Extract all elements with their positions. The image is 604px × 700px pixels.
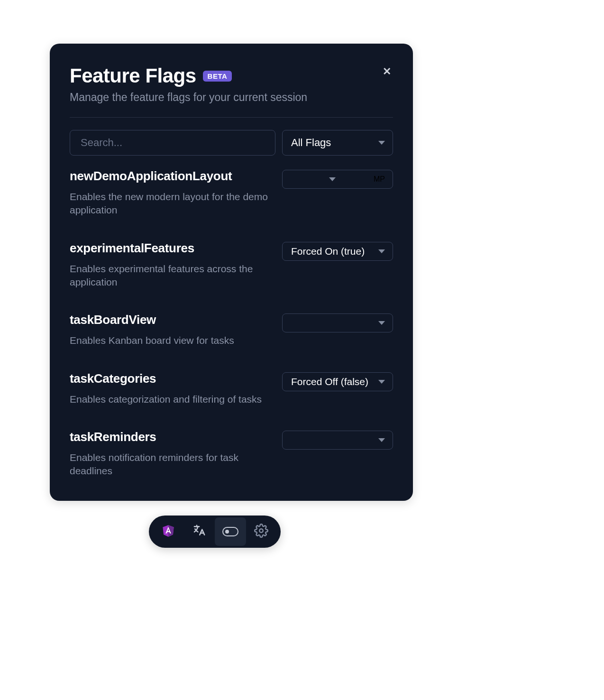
- svg-point-2: [260, 529, 264, 533]
- toolbar-toggle-button[interactable]: [215, 517, 246, 546]
- flag-name: taskBoardView: [70, 313, 273, 327]
- flag-row: newDemoApplicationLayout Enables the new…: [70, 169, 393, 217]
- panel-header: Feature Flags BETA Manage the feature fl…: [70, 64, 393, 104]
- beta-badge: BETA: [203, 71, 232, 82]
- close-button[interactable]: ✕: [381, 64, 393, 79]
- flag-description: Enables categorization and filtering of …: [70, 393, 269, 406]
- flag-value-select[interactable]: MP: [282, 170, 393, 189]
- feature-flags-panel: Feature Flags BETA Manage the feature fl…: [50, 44, 413, 501]
- flag-description: Enables notification reminders for task …: [70, 451, 269, 478]
- toolbar-settings-button[interactable]: [246, 517, 277, 546]
- search-input[interactable]: [70, 130, 275, 156]
- flag-info: newDemoApplicationLayout Enables the new…: [70, 169, 273, 217]
- flag-info: experimentalFeatures Enables experimenta…: [70, 241, 273, 289]
- filter-select-value: All Flags: [291, 137, 331, 149]
- toolbar-translate-button[interactable]: [184, 517, 215, 546]
- flag-name: experimentalFeatures: [70, 241, 273, 256]
- title-row: Feature Flags BETA: [70, 64, 307, 87]
- flag-value-select[interactable]: [282, 431, 393, 450]
- flag-description: Enables experimental features across the…: [70, 262, 269, 289]
- chevron-down-icon: [378, 141, 385, 145]
- gear-icon: [254, 524, 268, 540]
- flag-info: taskCategories Enables categorization an…: [70, 371, 273, 406]
- title-group: Feature Flags BETA Manage the feature fl…: [70, 64, 307, 104]
- bottom-toolbar: [149, 516, 281, 548]
- panel-subtitle: Manage the feature flags for your curren…: [70, 91, 307, 104]
- chevron-down-icon: [378, 438, 385, 442]
- filter-select[interactable]: All Flags: [282, 130, 393, 156]
- panel-title: Feature Flags: [70, 64, 196, 87]
- flag-value-select[interactable]: Forced Off (false): [282, 372, 393, 391]
- toolbar-logo-button[interactable]: [153, 517, 184, 546]
- flag-select-value: Forced On (true): [291, 246, 365, 257]
- flag-row: taskReminders Enables notification remin…: [70, 430, 393, 478]
- flag-value-select[interactable]: [282, 313, 393, 332]
- flag-value-select[interactable]: Forced On (true): [282, 242, 393, 261]
- header-divider: [70, 117, 393, 118]
- flag-info: taskReminders Enables notification remin…: [70, 430, 273, 478]
- flag-row: experimentalFeatures Enables experimenta…: [70, 241, 393, 289]
- flag-name: taskReminders: [70, 430, 273, 444]
- flag-row: taskBoardView Enables Kanban board view …: [70, 313, 393, 347]
- flag-name: taskCategories: [70, 371, 273, 386]
- flag-list: newDemoApplicationLayout Enables the new…: [70, 169, 393, 501]
- angular-logo-icon: [162, 524, 175, 539]
- chevron-down-icon: [378, 321, 385, 325]
- translate-icon: [192, 524, 206, 540]
- chevron-down-icon: [329, 177, 336, 181]
- controls-row: All Flags: [70, 130, 393, 156]
- flag-row: taskCategories Enables categorization an…: [70, 371, 393, 406]
- chevron-down-icon: [378, 249, 385, 253]
- close-icon: ✕: [383, 65, 391, 77]
- toggle-icon: [222, 527, 238, 536]
- flag-select-value: Forced Off (false): [291, 376, 368, 387]
- chevron-down-icon: [378, 380, 385, 384]
- flag-name: newDemoApplicationLayout: [70, 169, 273, 184]
- flag-info: taskBoardView Enables Kanban board view …: [70, 313, 273, 347]
- flag-description: Enables the new modern layout for the de…: [70, 190, 269, 217]
- flag-description: Enables Kanban board view for tasks: [70, 334, 269, 347]
